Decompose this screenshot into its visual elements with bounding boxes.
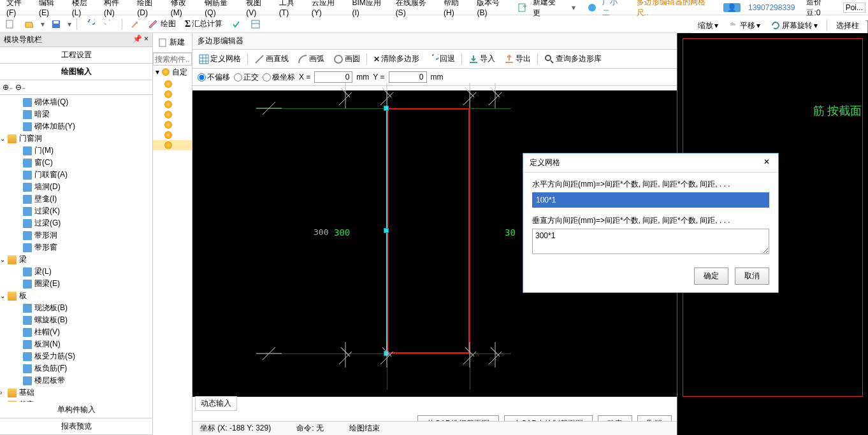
new-component-button[interactable]: 新建 xyxy=(156,36,187,49)
tree-xjb[interactable]: 现浇板(B) xyxy=(0,302,152,314)
tree-c[interactable]: 窗(C) xyxy=(0,157,152,169)
user-phone[interactable]: 13907298339 xyxy=(744,3,799,12)
tree-lcbd[interactable]: 楼层板带 xyxy=(0,374,152,387)
list-item[interactable] xyxy=(153,130,192,140)
define-grid-button[interactable]: 定义网格 xyxy=(195,52,245,66)
table-icon[interactable] xyxy=(248,18,263,31)
tree-qtjj[interactable]: 砌体加筋(Y) xyxy=(0,120,152,132)
open-icon[interactable] xyxy=(22,18,37,31)
tree-qita[interactable]: ›其它 xyxy=(0,399,152,402)
menu-rebar[interactable]: 钢筋量(Q) xyxy=(201,0,242,17)
clear-poly-button[interactable]: ✕清除多边形 xyxy=(370,52,423,66)
menu-file[interactable]: 文件(F) xyxy=(3,0,35,17)
list-item-root[interactable]: ▾自定 xyxy=(153,66,192,79)
sum-button[interactable]: Σ 汇总计算 xyxy=(182,17,225,31)
save-icon[interactable] xyxy=(48,18,64,31)
dialog-close-button[interactable]: ✕ xyxy=(762,157,772,168)
expand-icon[interactable]: ⊕₋ xyxy=(3,83,13,92)
menu-component[interactable]: 构件(N) xyxy=(100,0,133,17)
h-spacing-input[interactable]: 100*1 xyxy=(532,192,769,208)
import-button[interactable]: 导入 xyxy=(465,52,499,66)
chevron-down-icon[interactable]: ⌄ xyxy=(0,135,5,142)
chevron-right-icon[interactable]: › xyxy=(0,389,2,396)
poi-label[interactable]: Poi... xyxy=(843,3,865,13)
undo-button[interactable]: 回退 xyxy=(424,52,459,66)
polygon-shape[interactable] xyxy=(387,108,470,353)
draw-button[interactable]: 绘图 xyxy=(147,17,178,31)
tree-gl2[interactable]: 过梁(K) xyxy=(0,205,152,217)
section-single[interactable]: 单构件输入 xyxy=(0,402,152,418)
list-item-selected[interactable] xyxy=(153,140,192,150)
tree-mcd[interactable]: ⌄门窗洞 xyxy=(0,132,152,145)
tree-mlc[interactable]: 门联窗(A) xyxy=(0,169,152,181)
radio-no-offset[interactable]: 不偏移 xyxy=(198,72,230,83)
tree-bk[interactable]: 壁龛(I) xyxy=(0,193,152,205)
tree-gl[interactable]: 过梁(G) xyxy=(0,217,152,229)
list-item[interactable] xyxy=(153,79,192,89)
dialog-cancel-button[interactable]: 取消 xyxy=(735,267,769,285)
menu-cloud[interactable]: 云应用(Y) xyxy=(308,0,349,17)
chevron-down-icon[interactable]: ⌄ xyxy=(0,256,5,263)
chevron-right-icon[interactable]: › xyxy=(0,401,2,402)
tree-qtq[interactable]: 砌体墙(Q) xyxy=(0,96,152,108)
chevron-down-icon[interactable]: ⌄ xyxy=(0,292,5,299)
section-drawinput[interactable]: 绘图输入 xyxy=(0,64,152,80)
menu-help[interactable]: 帮助(H) xyxy=(440,0,473,17)
menu-version[interactable]: 版本号(B) xyxy=(473,0,514,17)
section-report[interactable]: 报表预览 xyxy=(0,418,152,435)
v-spacing-input[interactable]: 300*1 xyxy=(532,229,769,254)
list-item[interactable] xyxy=(153,89,192,99)
menu-bim[interactable]: BIM应用(I) xyxy=(348,0,391,17)
edge-handle-mid[interactable] xyxy=(384,228,389,233)
select-rebar-button[interactable]: 选择柱 xyxy=(834,19,862,32)
tree-zm[interactable]: 柱帽(V) xyxy=(0,326,152,338)
tree-liang[interactable]: ⌄梁 xyxy=(0,253,152,266)
rotate-button[interactable]: 屏幕旋转 ▾ xyxy=(768,19,820,32)
component-tree[interactable]: 砌体墙(Q) 暗梁 砌体加筋(Y) ⌄门窗洞 门(M) 窗(C) 门联窗(A) … xyxy=(0,95,152,402)
list-item[interactable] xyxy=(153,110,192,120)
dynamic-input-tab[interactable]: 动态输入 xyxy=(195,396,237,411)
tree-ban[interactable]: ⌄板 xyxy=(0,290,152,302)
draw-arc-button[interactable]: 画弧 xyxy=(294,52,328,66)
search-input[interactable] xyxy=(153,53,192,66)
tree-dxc[interactable]: 带形窗 xyxy=(0,241,152,253)
tree-qd[interactable]: 墙洞(D) xyxy=(0,181,152,193)
tree-bslj[interactable]: 板受力筋(S) xyxy=(0,350,152,362)
y-input[interactable] xyxy=(389,71,427,83)
menu-online[interactable]: 在线服务(S) xyxy=(392,0,440,17)
menu-tools[interactable]: 工具(T) xyxy=(275,0,308,17)
pin-icon[interactable]: 📌 × xyxy=(133,34,148,45)
list-item[interactable] xyxy=(153,120,192,130)
tree-bfj[interactable]: 板负筋(F) xyxy=(0,362,152,374)
zoom-button[interactable]: 缩放 ▾ xyxy=(695,19,721,32)
x-input[interactable] xyxy=(314,71,352,83)
tree-ql[interactable]: 圈梁(E) xyxy=(0,278,152,290)
export-button[interactable]: 导出 xyxy=(500,52,535,66)
draw-circle-button[interactable]: 画圆 xyxy=(329,52,364,66)
tree-al[interactable]: 暗梁 xyxy=(0,108,152,120)
radio-ortho[interactable]: 正交 xyxy=(234,72,259,83)
tree-lxb[interactable]: 螺旋板(B) xyxy=(0,314,152,326)
tree-l[interactable]: 梁(L) xyxy=(0,266,152,278)
wand-icon[interactable] xyxy=(127,18,143,31)
user-small[interactable]: 广小二 xyxy=(583,0,632,18)
redo-icon[interactable] xyxy=(101,18,117,31)
new-change-button[interactable]: + 新建变更 ▾ xyxy=(514,0,583,18)
section-engineering[interactable]: 工程设置 xyxy=(0,47,152,64)
pan-button[interactable]: 平移 ▾ xyxy=(726,19,763,32)
menu-edit[interactable]: 编辑(E) xyxy=(35,0,68,17)
check-icon[interactable] xyxy=(229,18,244,31)
query-lib-button[interactable]: 查询多边形库 xyxy=(540,52,605,66)
draw-line-button[interactable]: 画直线 xyxy=(250,52,293,66)
tree-bd[interactable]: 板洞(N) xyxy=(0,338,152,350)
tree-jichu[interactable]: ›基础 xyxy=(0,387,152,399)
tree-m[interactable]: 门(M) xyxy=(0,145,152,157)
tree-dxd[interactable]: 带形洞 xyxy=(0,229,152,241)
new-icon[interactable] xyxy=(3,18,18,31)
radio-polar[interactable]: 极坐标 xyxy=(263,72,295,83)
collapse-icon[interactable]: ⊖₋ xyxy=(15,83,25,92)
menu-view[interactable]: 视图(V) xyxy=(242,0,275,17)
dialog-ok-button[interactable]: 确定 xyxy=(694,267,728,285)
menu-floor[interactable]: 楼层(L) xyxy=(68,0,100,17)
menu-modify[interactable]: 修改(M) xyxy=(167,0,201,17)
